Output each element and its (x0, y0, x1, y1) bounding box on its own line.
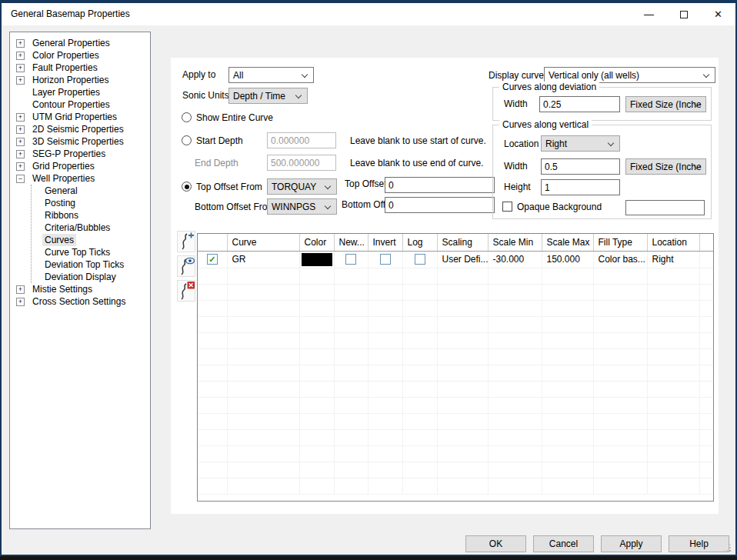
show-entire-curve-radio[interactable] (182, 112, 192, 122)
top-offset-input[interactable] (385, 177, 495, 193)
show-curve-button[interactable] (177, 255, 195, 277)
expand-icon[interactable]: + (16, 125, 25, 134)
vertical-location-label: Location (504, 138, 539, 149)
expand-icon[interactable]: + (16, 150, 25, 158)
col-extra (699, 234, 714, 251)
sonic-units-select[interactable]: Depth / Time (228, 88, 308, 104)
tree-item-posting[interactable]: Posting (32, 197, 150, 209)
vertical-width-label: Width (504, 161, 528, 172)
minimize-button[interactable]: — (632, 3, 666, 25)
deviation-width-input[interactable] (539, 96, 620, 112)
delete-curve-button[interactable] (177, 280, 195, 302)
scale-max-cell[interactable]: 150.000 (542, 251, 593, 268)
tree-item-fault-properties[interactable]: +Fault Properties (10, 62, 150, 74)
bottom-offset-input[interactable] (385, 197, 495, 213)
ok-button[interactable]: OK (465, 535, 526, 552)
tree-item-ribbons[interactable]: Ribbons (32, 209, 150, 222)
expand-icon[interactable]: + (16, 285, 25, 294)
apply-to-select[interactable]: All (228, 67, 314, 83)
tree-item-2d-seismic-properties[interactable]: +2D Seismic Properties (10, 123, 150, 135)
table-row[interactable]: ✓ GR User Defi... -30.000 150.000 Color … (198, 251, 714, 268)
expand-icon[interactable]: + (16, 113, 25, 122)
maximize-button[interactable] (666, 3, 701, 25)
tree-item-deviation-top-ticks[interactable]: Deviation Top Ticks (32, 258, 150, 271)
tree-item-curves[interactable]: Curves (32, 234, 150, 246)
display-curves-label: Display curves (489, 70, 549, 81)
fill-type-cell[interactable]: Color bas... (593, 251, 647, 268)
tree-item-segp-properties[interactable]: +SEG-P Properties (10, 148, 150, 160)
start-depth-input[interactable] (267, 132, 336, 148)
vertical-size-mode-select[interactable]: Fixed Size (Inche (625, 158, 706, 175)
add-curve-button[interactable] (177, 231, 195, 252)
empty-row (198, 332, 714, 348)
tree-item-mistie-settings[interactable]: +Mistie Settings (10, 283, 150, 295)
end-depth-input[interactable] (267, 155, 336, 171)
chevron-down-icon (703, 72, 709, 78)
tree-item-layer-properties[interactable]: Layer Properties (10, 86, 150, 98)
tree-item-well-properties[interactable]: −Well Properties (10, 172, 150, 185)
col-enabled (198, 234, 227, 251)
start-depth-radio[interactable] (182, 135, 192, 145)
col-location: Location (647, 234, 699, 251)
empty-row (198, 365, 714, 381)
vertical-width-input[interactable] (541, 158, 620, 175)
empty-row (198, 316, 714, 332)
expand-icon[interactable]: + (16, 162, 25, 171)
top-offset-from-radio[interactable] (182, 182, 192, 192)
display-curves-select[interactable]: Vertical only (all wells) (544, 67, 715, 83)
cancel-button[interactable]: Cancel (533, 535, 594, 552)
curve-color-cell[interactable] (299, 251, 334, 268)
opaque-background-label: Opaque Background (517, 202, 602, 212)
sonic-units-label: Sonic Units (182, 90, 229, 101)
curve-name-cell[interactable]: GR (227, 251, 299, 268)
opaque-background-color-input[interactable] (625, 200, 705, 215)
collapse-icon[interactable]: − (16, 175, 25, 183)
tree-item-contour-properties[interactable]: Contour Properties (10, 98, 150, 111)
vertical-height-input[interactable] (541, 179, 620, 195)
top-offset-from-select[interactable]: TORQUAY (267, 178, 337, 195)
tree-item-criteria-bubbles[interactable]: Criteria/Bubbles (32, 222, 150, 234)
tree-item-general-properties[interactable]: +General Properties (10, 37, 150, 49)
top-offset-from-label: Top Offset From (196, 182, 262, 192)
new-checkbox[interactable] (345, 254, 356, 265)
invert-checkbox[interactable] (380, 254, 391, 265)
tree-item-horizon-properties[interactable]: +Horizon Properties (10, 74, 150, 86)
tree-item-deviation-display[interactable]: Deviation Display (32, 271, 150, 283)
help-button[interactable]: Help (669, 535, 729, 552)
expand-icon[interactable]: + (16, 52, 25, 60)
tree-item-utm-grid-properties[interactable]: +UTM Grid Properties (10, 111, 150, 123)
expand-icon[interactable]: + (16, 76, 25, 85)
curve-enabled-checkbox[interactable]: ✓ (207, 254, 218, 265)
tree-item-3d-seismic-properties[interactable]: +3D Seismic Properties (10, 135, 150, 148)
expand-icon[interactable]: + (16, 138, 25, 146)
apply-to-label: Apply to (182, 69, 215, 80)
tree-item-cross-section-settings[interactable]: +Cross Section Settings (10, 295, 150, 308)
bottom-offset-from-label: Bottom Offset From (195, 202, 275, 212)
tree-item-color-properties[interactable]: +Color Properties (10, 49, 150, 62)
tree-item-curve-top-ticks[interactable]: Curve Top Ticks (32, 246, 150, 258)
apply-button[interactable]: Apply (601, 535, 662, 552)
group-title: Curves along vertical (499, 119, 592, 130)
window-title: General Basemap Properties (11, 8, 130, 19)
tree-item-grid-properties[interactable]: +Grid Properties (10, 160, 150, 172)
expand-icon[interactable]: + (16, 39, 25, 48)
location-cell[interactable]: Right (647, 251, 699, 268)
expand-icon[interactable]: + (16, 64, 25, 72)
scaling-cell[interactable]: User Defi... (437, 251, 488, 268)
log-checkbox[interactable] (415, 254, 425, 265)
expand-icon[interactable]: + (16, 298, 25, 306)
deviation-size-mode-select[interactable]: Fixed Size (Inche (625, 96, 706, 112)
resize-grip[interactable] (729, 550, 731, 552)
color-swatch[interactable] (302, 253, 332, 266)
scale-min-cell[interactable]: -30.000 (488, 251, 542, 268)
bottom-offset-from-select[interactable]: WINNPGS (267, 198, 337, 215)
close-button[interactable]: ✕ (701, 3, 735, 25)
empty-row (198, 478, 714, 494)
empty-row (198, 462, 714, 478)
curve-add-icon (178, 232, 195, 252)
title-bar[interactable]: General Basemap Properties — ✕ (2, 3, 735, 25)
vertical-location-select[interactable]: Right (541, 135, 620, 152)
end-depth-label: End Depth (195, 158, 238, 168)
tree-item-general[interactable]: General (32, 185, 150, 197)
opaque-background-checkbox[interactable] (502, 202, 512, 212)
